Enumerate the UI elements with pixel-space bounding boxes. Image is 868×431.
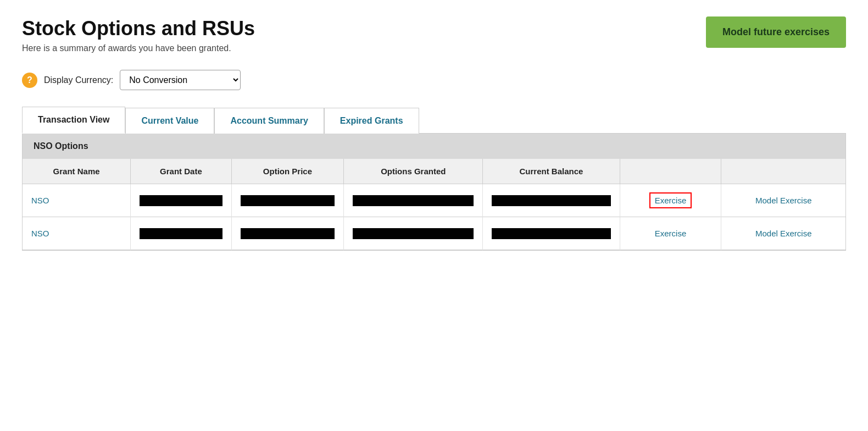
- page-subtitle: Here is a summary of awards you have bee…: [22, 43, 255, 53]
- col-options-granted: Options Granted: [344, 159, 483, 184]
- row1-current-balance-redacted: [492, 195, 610, 206]
- row2-grant-date: [131, 217, 232, 250]
- row2-options-granted: [344, 217, 483, 250]
- row2-model-exercise-cell: Model Exercise: [721, 217, 845, 250]
- tab-current-value[interactable]: Current Value: [125, 108, 214, 134]
- row1-grant-date: [131, 184, 232, 217]
- row2-grant-link[interactable]: NSO: [31, 229, 49, 238]
- row2-model-exercise-link[interactable]: Model Exercise: [755, 229, 812, 238]
- row1-model-exercise-cell: Model Exercise: [721, 184, 845, 217]
- currency-label: Display Currency:: [44, 75, 113, 85]
- nso-options-header: NSO Options: [23, 134, 845, 159]
- page-title: Stock Options and RSUs: [22, 16, 255, 40]
- row1-option-price: [231, 184, 343, 217]
- currency-select[interactable]: No Conversion USD EUR GBP: [120, 70, 241, 90]
- col-current-balance: Current Balance: [483, 159, 620, 184]
- row2-grant-date-redacted: [140, 228, 222, 239]
- row2-option-price: [231, 217, 343, 250]
- nso-options-table: Grant Name Grant Date Option Price Optio…: [23, 159, 845, 250]
- row1-grant-name: NSO: [23, 184, 131, 217]
- row1-options-granted-redacted: [353, 195, 474, 206]
- row2-current-balance: [483, 217, 620, 250]
- row1-exercise-link[interactable]: Exercise: [649, 192, 692, 208]
- tab-transaction-view[interactable]: Transaction View: [22, 107, 125, 134]
- model-future-exercises-button[interactable]: Model future exercises: [706, 16, 846, 48]
- row1-grant-link[interactable]: NSO: [31, 196, 49, 205]
- col-option-price: Option Price: [231, 159, 343, 184]
- row2-exercise-cell: Exercise: [620, 217, 721, 250]
- table-container: NSO Options Grant Name Grant Date Option…: [22, 133, 846, 251]
- row1-model-exercise-link[interactable]: Model Exercise: [755, 196, 812, 205]
- row2-exercise-link[interactable]: Exercise: [655, 229, 687, 238]
- row2-current-balance-redacted: [492, 228, 610, 239]
- row1-option-price-redacted: [241, 195, 335, 206]
- table-row: NSO Exercise Model Exercise: [23, 217, 845, 250]
- row2-options-granted-redacted: [353, 228, 474, 239]
- row2-grant-name: NSO: [23, 217, 131, 250]
- tab-expired-grants[interactable]: Expired Grants: [324, 108, 419, 134]
- help-icon[interactable]: ?: [22, 73, 37, 88]
- row1-grant-date-redacted: [140, 195, 222, 206]
- tab-account-summary[interactable]: Account Summary: [214, 108, 324, 134]
- table-row: NSO Exercise Model Exercise: [23, 184, 845, 217]
- col-grant-name: Grant Name: [23, 159, 131, 184]
- col-action2: [721, 159, 845, 184]
- row2-option-price-redacted: [241, 228, 335, 239]
- row1-exercise-cell: Exercise: [620, 184, 721, 217]
- col-action1: [620, 159, 721, 184]
- col-grant-date: Grant Date: [131, 159, 232, 184]
- row1-current-balance: [483, 184, 620, 217]
- tabs-row: Transaction View Current Value Account S…: [22, 107, 846, 134]
- row1-options-granted: [344, 184, 483, 217]
- header-text-block: Stock Options and RSUs Here is a summary…: [22, 16, 255, 53]
